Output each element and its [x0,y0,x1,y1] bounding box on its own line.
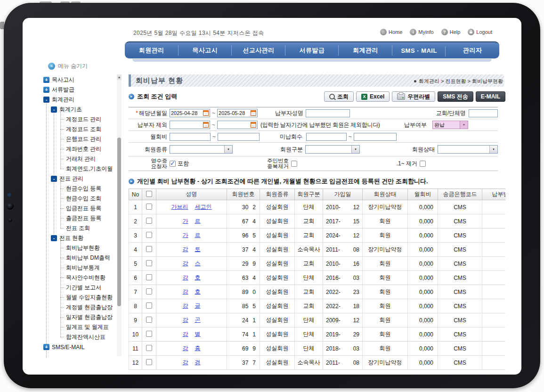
row-checkbox[interactable] [146,288,152,294]
row-checkbox[interactable] [146,345,152,351]
jumin-dedup-checkbox[interactable] [291,161,297,167]
member-name-link[interactable]: 강 [183,344,188,352]
member-name-link[interactable]: 강 [183,302,188,310]
exclude-from-input[interactable] [170,121,210,129]
sidebar-item[interactable]: 회비납부 DM출력 [41,253,118,263]
sidebar-item[interactable]: 회비납부통계 [41,263,118,273]
row-checkbox[interactable] [146,232,152,238]
nav-item[interactable]: 회계관리 [339,46,392,55]
nav-item[interactable]: 관리자 [446,46,499,55]
unpaid-count-to-input[interactable] [354,133,397,141]
remove-suffix-checkbox[interactable] [420,161,426,167]
monthly-fee-to-input[interactable] [218,133,260,141]
member-name-link[interactable]: 스 [195,260,201,268]
myinfo-link[interactable]: i Myinfo [410,29,433,35]
sidebar-item[interactable]: 은행코드 관리 [41,134,118,144]
date-to-input[interactable]: 2025-05-28 [217,109,258,117]
member-name-link[interactable]: 강 [183,330,188,338]
sidebar-item[interactable]: 계정코드 조회 [41,124,118,134]
sidebar-item[interactable]: 합계잔액시산표 [41,332,118,342]
member-name-link[interactable]: 흥 [195,344,201,352]
unpaid-count-from-input[interactable] [306,133,347,141]
member-category-select[interactable] [305,145,360,154]
sidebar-item[interactable]: 회계기초 [41,105,118,114]
sidebar-item[interactable]: 입금전표 등록 [41,204,118,213]
member-name-link[interactable]: 경 [195,359,201,367]
sidebar-item[interactable]: 거래처 관리 [41,154,118,164]
member-name-link[interactable]: 호 [195,274,201,282]
member-name-link[interactable]: 르 [195,231,201,239]
sidebar-item[interactable]: 서류발급 [41,85,118,95]
member-kind-select[interactable] [170,145,233,154]
sidebar-item[interactable]: 일계표 및 월계표 [41,322,118,332]
row-checkbox[interactable] [146,246,152,252]
member-name-link[interactable]: 가 [183,231,188,239]
nav-item[interactable]: 선교사관리 [232,46,285,55]
nav-item[interactable]: 서류발급 [285,46,339,55]
member-name-link[interactable]: 르 [195,217,201,225]
nav-item[interactable]: 회원관리 [125,46,179,55]
member-name-link[interactable]: 별 [195,330,201,338]
member-name-link[interactable]: 글 [195,302,201,310]
calendar-icon[interactable] [251,122,256,128]
nav-item[interactable]: 목사고시 [179,46,232,55]
sidebar-item[interactable]: 목사안수비현황 [41,273,118,283]
tree-toggle-icon[interactable] [51,176,57,182]
sidebar-item[interactable]: 전표 조회 [41,223,118,233]
tree-toggle-icon[interactable] [51,235,57,241]
email-button[interactable]: E-MAIL [476,91,505,102]
payer-name-input[interactable] [306,109,350,117]
tree-toggle-icon[interactable] [43,77,49,83]
member-name-link[interactable]: 곤 [195,316,201,324]
sidebar-item[interactable]: 전표 관리 [41,174,118,184]
member-name-link[interactable]: 호 [195,288,201,296]
sms-send-button[interactable]: SMS 전송 [438,91,473,102]
member-name-link[interactable]: 세고인 [195,203,212,211]
monthly-fee-from-input[interactable] [170,133,211,141]
row-checkbox[interactable] [146,302,152,309]
calendar-icon[interactable] [251,110,256,116]
pay-status-select[interactable]: 완납 [432,121,468,129]
row-checkbox[interactable] [146,359,152,365]
logout-link[interactable]: Logout [468,29,492,35]
member-name-link[interactable]: 가브리 [171,203,188,211]
hide-menu-button[interactable]: « 메뉴 숨기기 [41,62,118,70]
nav-item[interactable]: SMS · MAIL [392,47,446,54]
excel-button[interactable]: Excel [356,91,390,102]
scrollbar-thumb[interactable] [117,138,121,306]
sidebar-item[interactable]: 현금수입 등록 [41,184,118,194]
sidebar-item[interactable]: 현금수입 조회 [41,194,118,204]
sidebar-item[interactable]: 계정별 현금출납장 [41,302,118,312]
row-checkbox[interactable] [146,274,152,280]
member-name-link[interactable]: 감 [183,245,188,253]
date-from-input[interactable]: 2025-04-28 [170,109,210,117]
sidebar-item[interactable]: 출금전표 등록 [41,213,118,223]
row-checkbox[interactable] [146,204,152,210]
member-name-link[interactable]: 토 [195,245,201,253]
sidebar-item[interactable]: 목사고시 [41,75,118,85]
member-name-link[interactable]: 강 [183,359,188,367]
select-all-checkbox[interactable] [146,191,152,197]
row-checkbox[interactable] [146,317,152,323]
tree-toggle-icon[interactable] [43,344,49,350]
row-checkbox[interactable] [146,260,152,266]
row-checkbox[interactable] [146,218,152,224]
member-name-link[interactable]: 강 [183,316,188,324]
member-name-link[interactable]: 강 [183,288,188,296]
sidebar-item[interactable]: 전표 현황 [41,233,118,243]
sidebar-item[interactable]: 계좌번호 관리 [41,144,118,154]
sidebar-item[interactable]: 계정코드 관리 [41,114,118,124]
calendar-icon[interactable] [203,122,209,128]
row-checkbox[interactable] [146,331,152,337]
mail-label-button[interactable]: 우편라벨 [392,91,435,102]
query-button[interactable]: 조회 [324,91,354,102]
sidebar-item[interactable]: 월별 수입지출현황 [41,293,118,302]
sidebar-item[interactable]: 기간별 보고서 [41,283,118,293]
sidebar-item[interactable]: SMS/E-MAIL [41,342,118,352]
sidebar-item[interactable]: 회비납부현황 [41,243,118,253]
church-name-input[interactable] [469,109,498,117]
member-name-link[interactable]: 가 [183,217,188,225]
home-link[interactable]: ⌂ Home [380,29,402,35]
receipt-include-checkbox[interactable] [170,161,176,167]
sidebar-item[interactable]: 회계연도,기초이월 [41,164,118,174]
